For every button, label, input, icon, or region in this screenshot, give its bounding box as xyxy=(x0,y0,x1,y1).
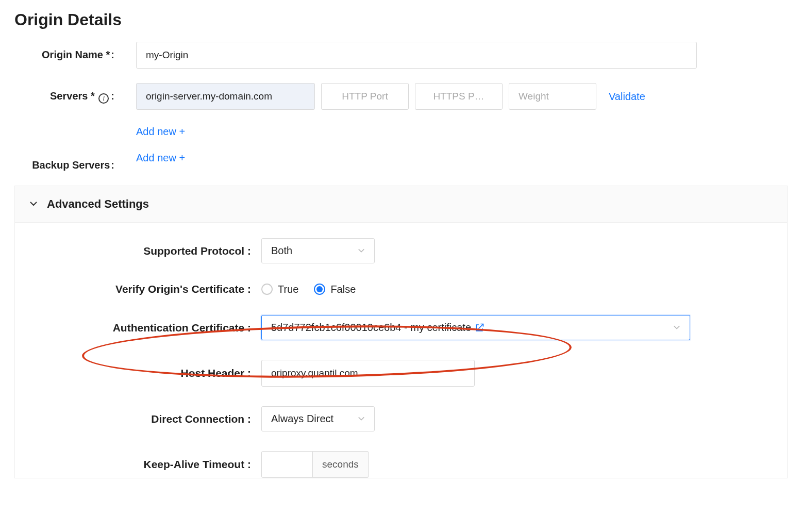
supported-protocol-row: Supported Protocol : Both xyxy=(19,238,783,263)
server-hostname-input[interactable] xyxy=(136,83,315,110)
servers-label-text: Servers * xyxy=(50,90,95,102)
chevron-down-icon xyxy=(358,413,365,425)
direct-connection-select[interactable]: Always Direct xyxy=(261,406,375,431)
host-header-row: Host Header : xyxy=(19,360,783,387)
origin-name-label: Origin Name *: xyxy=(14,42,118,61)
verify-cert-true-label: True xyxy=(278,284,298,295)
servers-add-new-link[interactable]: Add new + xyxy=(136,126,185,137)
auth-cert-select[interactable]: 5d7d772fcb1c6f00010ce6b4 - my certificat… xyxy=(261,315,690,340)
info-icon[interactable]: i xyxy=(98,93,109,104)
keep-alive-suffix: seconds xyxy=(313,451,369,478)
host-header-label: Host Header : xyxy=(19,367,251,379)
servers-label: Servers * i: xyxy=(14,83,118,104)
backup-servers-add-new-link[interactable]: Add new + xyxy=(136,152,185,164)
auth-cert-value: 5d7d772fcb1c6f00010ce6b4 - my certificat… xyxy=(271,322,471,334)
direct-connection-row: Direct Connection : Always Direct xyxy=(19,406,783,431)
keep-alive-label: Keep-Alive Timeout : xyxy=(19,458,251,471)
origin-name-input[interactable] xyxy=(136,42,697,69)
origin-name-label-text: Origin Name * xyxy=(42,49,110,60)
https-port-input[interactable] xyxy=(415,83,503,110)
page-title: Origin Details xyxy=(14,10,788,29)
verify-cert-row: Verify Origin's Certificate : True False xyxy=(19,283,783,295)
supported-protocol-label: Supported Protocol : xyxy=(19,245,251,257)
host-header-input[interactable] xyxy=(261,360,475,387)
verify-cert-false-radio[interactable]: False xyxy=(314,284,356,295)
chevron-down-icon xyxy=(29,198,38,210)
keep-alive-input[interactable] xyxy=(261,451,313,478)
validate-link[interactable]: Validate xyxy=(609,91,645,103)
origin-name-row: Origin Name *: xyxy=(14,42,788,69)
servers-row: Servers * i: Validate Add new + xyxy=(14,83,788,138)
radio-icon xyxy=(261,284,273,295)
chevron-down-icon xyxy=(358,245,365,257)
advanced-settings-panel: Advanced Settings Supported Protocol : B… xyxy=(14,186,788,478)
verify-cert-label: Verify Origin's Certificate : xyxy=(19,283,251,295)
radio-checked-icon xyxy=(314,284,325,295)
advanced-settings-body: Supported Protocol : Both Verify Origin'… xyxy=(15,223,787,478)
auth-cert-label: Authentication Certificate : xyxy=(19,322,251,334)
external-link-icon[interactable] xyxy=(474,323,484,333)
advanced-settings-title: Advanced Settings xyxy=(47,197,149,211)
verify-cert-false-label: False xyxy=(330,284,356,295)
keep-alive-row: Keep-Alive Timeout : seconds xyxy=(19,451,783,478)
backup-servers-row: Backup Servers: Add new + xyxy=(14,152,788,171)
direct-connection-label: Direct Connection : xyxy=(19,413,251,425)
chevron-down-icon xyxy=(673,322,680,334)
verify-cert-true-radio[interactable]: True xyxy=(261,284,298,295)
supported-protocol-select[interactable]: Both xyxy=(261,238,375,263)
weight-input[interactable] xyxy=(509,83,596,110)
direct-connection-value: Always Direct xyxy=(271,413,333,425)
http-port-input[interactable] xyxy=(321,83,409,110)
backup-servers-label-text: Backup Servers xyxy=(32,159,110,171)
backup-servers-label: Backup Servers: xyxy=(14,152,118,171)
advanced-settings-header[interactable]: Advanced Settings xyxy=(15,186,787,223)
auth-cert-row: Authentication Certificate : 5d7d772fcb1… xyxy=(19,315,783,340)
supported-protocol-value: Both xyxy=(271,245,292,257)
